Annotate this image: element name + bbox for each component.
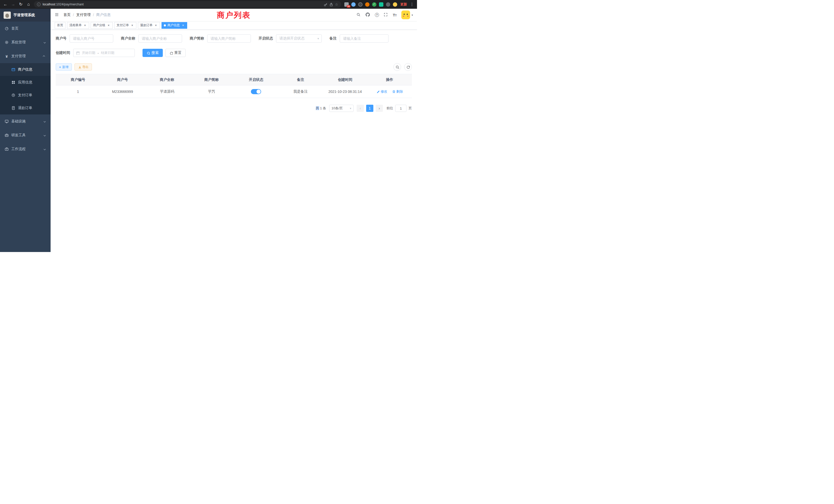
chevron-down-icon [43,147,46,151]
col-header: 商户全称 [145,74,189,86]
col-header: 开启状态 [234,74,278,86]
col-header: 商户编号 [56,74,100,86]
extension-icon[interactable] [372,2,376,7]
tab-label: 首页 [57,23,63,27]
filter-merchant-no: 商户号 [56,35,113,43]
range-separator: - [97,51,98,55]
extension-icon[interactable] [386,2,390,7]
github-icon[interactable] [366,13,370,17]
sidebar-item-workflow[interactable]: 工作流程 [0,142,50,156]
tab-user-group[interactable]: 用户分组 × [91,22,113,29]
sidebar-item-label: 退款订单 [18,106,47,110]
share-icon[interactable] [329,3,333,6]
tab-label: 支付订单 [116,23,129,27]
search-button[interactable]: 搜索 [142,49,163,57]
merchant-short-name-input[interactable] [207,35,251,43]
next-page-button[interactable]: › [376,105,383,112]
cell-remark: 我是备注 [278,86,323,98]
refresh-button[interactable] [404,63,412,71]
extension-icon[interactable] [358,2,363,7]
breadcrumb-item-current: 商户信息 [96,13,111,17]
tab-refund-orders[interactable]: 退款订单 × [138,22,160,29]
reload-icon[interactable]: ↻ [19,2,23,6]
add-button[interactable]: + 新增 [56,63,72,71]
col-header: 创建时间 [323,74,367,86]
caret-down-icon: ▾ [412,14,413,17]
tab-label: 流程表单 [69,23,82,27]
caret-down-icon: ▾ [350,107,351,110]
page-button-1[interactable]: 1 [366,105,373,112]
sidebar-item-label: 系统管理 [11,40,40,45]
create-time-range-picker[interactable]: 开始日期 - 结束日期 [73,49,135,57]
close-icon[interactable]: × [107,24,110,27]
sidebar-item-system[interactable]: 系统管理 [0,36,50,49]
bookmark-star-icon[interactable]: ☆ [335,2,338,6]
goto-page-input[interactable] [395,105,407,112]
fullscreen-icon[interactable] [383,13,388,17]
tab-merchant-info[interactable]: 商户信息 × [161,22,187,29]
merchant-full-name-input[interactable] [138,35,182,43]
close-icon[interactable]: × [154,24,158,27]
document-icon [11,106,16,110]
back-icon[interactable]: ← [3,2,8,6]
remark-input[interactable] [340,35,389,43]
status-select[interactable]: 请选择开启状态 ▾ [276,35,322,43]
sidebar-item-label: 支付订单 [18,93,47,97]
reset-button[interactable]: 重置 [166,49,185,57]
sidebar-item-payment[interactable]: ¥ 支付管理 [0,49,50,63]
breadcrumb-item[interactable]: 支付管理 [76,13,91,17]
close-icon[interactable]: × [181,24,185,27]
status-toggle[interactable] [251,89,261,94]
filter-row-2: 创建时间 开始日期 - 结束日期 搜索 重置 [56,49,412,57]
browser-menu-icon[interactable]: ⋮ [410,2,414,7]
table-row: 1 M233666999 芋道源码 芋艿 我是备注 2021-10-23 08:… [56,86,412,98]
breadcrumb-item[interactable]: 首页 [63,13,71,17]
toggle-search-button[interactable] [393,63,401,71]
delete-link[interactable]: 删除 [392,89,403,94]
url-path: :1024/pay/merchant [55,3,84,6]
sidebar-item-app-info[interactable]: 应用信息 [0,76,50,89]
address-bar[interactable]: i localhost:1024/pay/merchant ☆ [34,1,341,8]
search-icon[interactable] [356,13,361,17]
home-icon[interactable]: ⌂ [26,2,31,6]
pager: ‹ 1 › [357,105,383,112]
pagination: 共 1 条 10条/页 ▾ ‹ 1 › 前往 页 [56,105,412,112]
page-content: 商户号 商户全称 商户简称 开启状态 请选择开启状态 ▾ [50,30,417,252]
sidebar-item-merchant-info[interactable]: 商户信息 [0,63,50,76]
user-avatar-menu[interactable]: ▾ [401,10,413,19]
extension-icon[interactable] [351,2,356,7]
sidebar-item-home[interactable]: 首页 [0,22,50,36]
close-icon[interactable]: × [83,24,87,27]
extension-icon[interactable] [379,2,383,7]
cell-short-name: 芋艿 [189,86,234,98]
edit-link[interactable]: 修改 [376,89,387,94]
sidebar-item-payment-orders[interactable]: 支付订单 [0,89,50,101]
page-info-icon[interactable]: i [37,3,41,6]
extension-icon[interactable]: 10 [344,2,349,7]
page-size-select[interactable]: 10条/页 ▾ [329,105,354,112]
card-icon [11,68,16,72]
forward-icon[interactable]: → [11,2,16,6]
sidebar-logo[interactable]: 芋道管理系统 [0,9,50,22]
help-icon[interactable]: ? [375,13,379,17]
breadcrumb: 首页 / 支付管理 / 商户信息 [63,13,111,17]
tab-payment-orders[interactable]: 支付订单 × [114,22,136,29]
menu-fold-icon[interactable] [55,13,59,17]
close-icon[interactable]: × [130,24,134,27]
merchant-no-input[interactable] [70,35,113,43]
sidebar-item-dev-tools[interactable]: 研发工具 [0,128,50,142]
password-key-icon[interactable] [324,3,327,6]
sidebar-item-label: 支付管理 [11,54,40,59]
extension-icon[interactable] [365,2,370,7]
prev-page-button[interactable]: ‹ [357,105,364,112]
profile-avatar-icon[interactable] [393,2,397,7]
tab-home[interactable]: 首页 [55,22,65,29]
sidebar-item-label: 首页 [11,26,46,31]
tab-process-form[interactable]: 流程表单 × [67,22,89,29]
sidebar-item-refund-orders[interactable]: 退款订单 [0,101,50,114]
browser-update-button[interactable]: 更新 [400,2,407,7]
font-size-icon[interactable]: TT [393,13,397,17]
sidebar-item-infrastructure[interactable]: 基础设施 [0,114,50,128]
chevron-up-icon [43,55,46,58]
export-button[interactable]: 导出 [74,63,92,71]
